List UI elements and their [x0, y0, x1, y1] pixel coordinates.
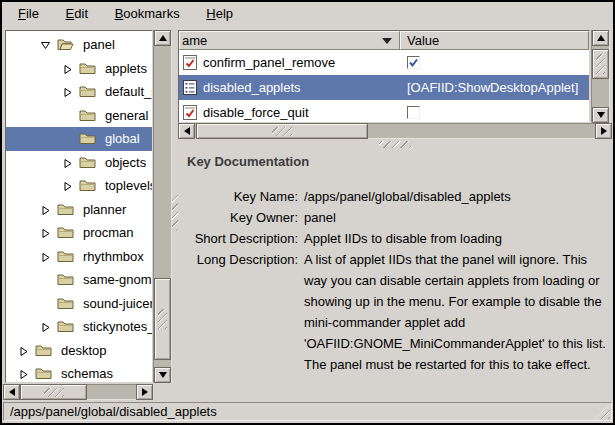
scrollbar-thumb[interactable]	[154, 278, 171, 360]
gconf-editor-window: File Edit Bookmarks Help panel applets d…	[0, 0, 615, 425]
config-tree: panel applets default_se general global	[5, 30, 153, 383]
folder-icon	[79, 156, 96, 169]
table-row-confirm-panel-remove[interactable]: confirm_panel_remove	[179, 50, 589, 75]
vertical-pane-resize-handle[interactable]	[178, 141, 612, 148]
tree-item-same-gnome[interactable]: same-gnome	[6, 268, 152, 292]
expander-open-icon[interactable]	[40, 39, 52, 50]
value-column-header[interactable]: Value	[400, 31, 589, 50]
tree-item-planner[interactable]: planner	[6, 198, 152, 222]
menu-file[interactable]: File	[7, 2, 50, 24]
scroll-left-button[interactable]	[178, 123, 195, 139]
tree-item-label: desktop	[58, 342, 110, 359]
expander-closed-icon[interactable]	[18, 368, 30, 379]
tree-item-general[interactable]: general	[6, 104, 152, 128]
scroll-up-button[interactable]	[592, 30, 609, 46]
scrollbar-thumb[interactable]	[592, 49, 609, 79]
menu-help[interactable]: Help	[195, 2, 244, 24]
arrow-down-icon	[159, 372, 167, 378]
key-value[interactable]	[400, 56, 589, 69]
menu-bookmarks[interactable]: Bookmarks	[104, 2, 191, 24]
key-name: disabled_applets	[203, 80, 400, 95]
expander-closed-icon[interactable]	[40, 204, 52, 215]
tree-item-label: applets	[102, 60, 150, 77]
tree-item-objects[interactable]: objects	[6, 151, 152, 175]
arrow-left-icon	[184, 127, 190, 135]
checkbox-checked[interactable]	[407, 56, 420, 69]
scroll-down-button[interactable]	[154, 367, 171, 383]
statusbar-path-text: /apps/panel/global/disabled_applets	[10, 404, 217, 419]
sort-indicator-icon	[382, 38, 392, 44]
folder-icon	[79, 109, 96, 122]
tree-item-procman[interactable]: procman	[6, 221, 152, 245]
key-value[interactable]	[400, 106, 589, 119]
scroll-right-button[interactable]	[136, 384, 153, 400]
checkbox-unchecked[interactable]	[407, 106, 420, 119]
scroll-up-button[interactable]	[154, 30, 171, 46]
key-owner-label: Key Owner:	[182, 207, 298, 228]
expander-closed-icon[interactable]	[40, 321, 52, 332]
scroll-left-button[interactable]	[3, 384, 20, 400]
tree-item-applets[interactable]: applets	[6, 57, 152, 81]
tree-item-toplevels[interactable]: toplevels	[6, 174, 152, 198]
tree-item-stickynotes[interactable]: stickynotes_	[6, 315, 152, 339]
scroll-down-button[interactable]	[592, 107, 609, 123]
key-owner-value: panel	[304, 207, 606, 228]
tree-item-desktop[interactable]: desktop	[6, 339, 152, 363]
tree-item-label: general	[102, 107, 151, 124]
value-column-label: Value	[407, 33, 439, 48]
expander-closed-icon[interactable]	[62, 86, 74, 97]
short-description-value: Applet IIDs to disable from loading	[304, 228, 606, 249]
thumb-grip-icon	[158, 309, 167, 329]
list-value-text: [OAFIID:ShowDesktopApplet]	[407, 80, 578, 95]
key-table: ame Value confirm_panel_remove disabled_…	[178, 30, 590, 123]
scroll-right-button[interactable]	[595, 123, 612, 139]
tree-item-label: same-gnome	[80, 271, 153, 288]
table-vertical-scrollbar[interactable]	[590, 30, 610, 123]
name-column-label: ame	[182, 33, 207, 48]
tree-item-schemas[interactable]: schemas	[6, 362, 152, 383]
expander-closed-icon[interactable]	[62, 63, 74, 74]
tree-item-default-setup[interactable]: default_se	[6, 80, 152, 104]
scrollbar-thumb[interactable]	[20, 384, 87, 400]
key-value[interactable]: [OAFIID:ShowDesktopApplet]	[400, 80, 589, 95]
tree-item-panel[interactable]: panel	[6, 33, 152, 57]
tree-item-label: default_se	[102, 83, 153, 100]
check-icon	[410, 60, 417, 66]
name-column-header[interactable]: ame	[179, 31, 400, 50]
expander-closed-icon[interactable]	[62, 180, 74, 191]
arrow-up-icon	[597, 35, 605, 41]
tree-item-label: toplevels	[102, 177, 153, 194]
key-name-label: Key Name:	[182, 186, 298, 207]
tree-vertical-scrollbar[interactable]	[153, 30, 172, 383]
menubar: File Edit Bookmarks Help	[2, 2, 613, 28]
tree-item-label: planner	[80, 201, 129, 218]
folder-icon	[79, 62, 96, 75]
folder-icon	[35, 367, 52, 380]
expander-closed-icon[interactable]	[62, 157, 74, 168]
tree-item-label: panel	[80, 36, 118, 53]
tree-item-label: schemas	[58, 365, 116, 382]
tree-item-sound-juicer[interactable]: sound-juicer	[6, 292, 152, 316]
expander-closed-icon[interactable]	[40, 251, 52, 262]
arrow-down-icon	[597, 112, 605, 118]
tree-item-rhythmbox[interactable]: rhythmbox	[6, 245, 152, 269]
expander-closed-icon[interactable]	[40, 227, 52, 238]
long-description-value: A list of applet IIDs that the panel wil…	[304, 249, 606, 375]
tree-item-global[interactable]: global	[6, 127, 152, 151]
menu-edit[interactable]: Edit	[55, 2, 99, 24]
pane-grip-icon	[379, 141, 411, 148]
table-horizontal-scrollbar[interactable]	[178, 123, 612, 140]
folder-icon	[57, 203, 74, 216]
window-resize-grip-icon[interactable]	[595, 404, 610, 419]
key-documentation-panel: Key Documentation Key Name: /apps/panel/…	[178, 148, 613, 402]
folder-icon	[79, 132, 96, 145]
open-folder-icon	[57, 38, 74, 51]
arrow-left-icon	[9, 388, 15, 396]
folder-icon	[57, 250, 74, 263]
table-row-disable-force-quit[interactable]: disable_force_quit	[179, 100, 589, 123]
tree-item-label: objects	[102, 154, 149, 171]
scrollbar-thumb[interactable]	[196, 123, 368, 139]
table-row-disabled-applets[interactable]: disabled_applets [OAFIID:ShowDesktopAppl…	[179, 75, 589, 100]
tree-horizontal-scrollbar[interactable]	[3, 384, 153, 400]
expander-closed-icon[interactable]	[18, 345, 30, 356]
